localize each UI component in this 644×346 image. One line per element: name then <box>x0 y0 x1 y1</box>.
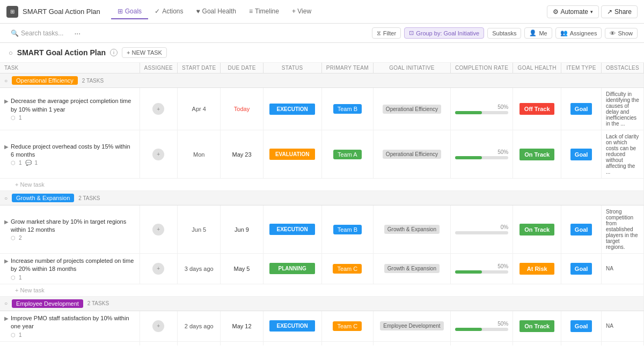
obstacles-text: Lack of clarity on which costs can be re… <box>606 134 639 175</box>
info-icon[interactable]: i <box>110 49 118 56</box>
status-badge[interactable]: EXECUTION <box>269 320 315 332</box>
share-button[interactable]: ↗ Share <box>601 5 638 18</box>
me-label: Me <box>539 30 547 36</box>
group-toggle[interactable]: ○ <box>4 78 8 84</box>
subtask-count: 1 <box>19 160 22 166</box>
team-badge: Team C <box>333 321 362 331</box>
show-label: Show <box>618 30 633 36</box>
obstacles-text: Difficulty in identifying the causes of … <box>606 91 639 127</box>
status-badge[interactable]: EXECUTION <box>269 104 315 115</box>
new-task-label[interactable]: + New task <box>4 287 45 293</box>
page-header: ○ SMART Goal Action Plan i + NEW TASK <box>0 43 644 63</box>
progress-bar <box>455 328 508 331</box>
new-task-label: + NEW TASK <box>127 49 162 56</box>
goal-health-badge: On Track <box>519 149 554 160</box>
tab-goals[interactable]: ⊞ Goals <box>111 4 148 19</box>
show-button[interactable]: 👁 Show <box>605 28 638 39</box>
col-header-assignee: ASSIGNEE <box>140 63 178 73</box>
expand-icon[interactable]: ▶ <box>4 315 9 321</box>
task-count: 2 TASKS <box>82 78 104 84</box>
group-toggle[interactable]: ○ <box>4 300 8 306</box>
automate-chevron-icon: ▾ <box>590 9 593 14</box>
task-name[interactable]: Reduce project overhead costs by 15% wit… <box>11 143 135 159</box>
status-badge[interactable]: EVALUATION <box>269 149 315 160</box>
item-type-badge: Goal <box>570 320 592 332</box>
subtask-count: 1 <box>19 115 22 121</box>
tab-timeline-label: Timeline <box>255 8 279 15</box>
assignee-avatar[interactable]: + <box>152 224 164 235</box>
expand-icon[interactable]: ▶ <box>4 144 9 150</box>
obstacles-text: NA <box>606 266 613 271</box>
group-by-button[interactable]: ⊡ Group by: Goal Initiative <box>404 27 484 39</box>
me-button[interactable]: 👤 Me <box>524 27 552 39</box>
assignee-avatar[interactable]: + <box>152 263 164 275</box>
table-row: ▶ Increase participation in development … <box>0 341 644 345</box>
task-name[interactable]: Increase participation in development pr… <box>11 345 135 345</box>
table-row: ▶ Increase number of projects completed … <box>0 254 644 284</box>
obstacles-text: NA <box>606 323 613 329</box>
automate-button[interactable]: ⚙ Automate ▾ <box>547 5 599 18</box>
goal-initiative-badge: Operational Efficiency <box>383 105 441 114</box>
new-task-button[interactable]: + NEW TASK <box>122 47 167 58</box>
group-header-row: ○ Growth & Expansion 2 TASKS <box>0 191 644 205</box>
tab-view-label: + View <box>292 8 311 15</box>
completion-pct: 50% <box>497 263 508 269</box>
new-task-row[interactable]: + New task <box>0 284 644 296</box>
task-name[interactable]: Increase number of projects completed on… <box>11 257 135 274</box>
assignees-button[interactable]: 👥 Assignees <box>555 27 602 39</box>
subtask-icon: ⬡ <box>11 235 16 241</box>
assignee-avatar[interactable]: + <box>152 320 164 332</box>
more-options[interactable]: ··· <box>71 28 84 39</box>
progress-fill <box>455 270 482 274</box>
goal-health-badge: On Track <box>519 224 554 235</box>
subtask-icon: ⬡ <box>11 115 16 121</box>
search-box[interactable]: 🔍 Search tasks... <box>6 27 68 39</box>
filter-label: Filter <box>383 30 396 36</box>
tab-goals-label: Goals <box>125 8 142 15</box>
status-badge[interactable]: EXECUTION <box>269 224 315 235</box>
assignee-avatar[interactable]: + <box>152 103 164 115</box>
expand-icon[interactable]: ▶ <box>4 258 9 264</box>
tab-timeline[interactable]: ≡ Timeline <box>243 4 286 19</box>
new-task-row[interactable]: + New task <box>0 179 644 191</box>
start-date: 3 days ago <box>185 266 214 272</box>
group-badge: Operational Efficiency <box>12 76 78 85</box>
search-placeholder: Search tasks... <box>21 30 63 37</box>
item-type-badge: Goal <box>570 149 592 160</box>
progress-fill <box>455 328 482 331</box>
col-header-due: DUE DATE <box>221 63 263 73</box>
assignees-label: Assignees <box>570 30 597 36</box>
completion-pct: 0% <box>501 224 508 230</box>
col-header-health: GOAL HEALTH <box>513 63 561 73</box>
tab-view[interactable]: + View <box>286 4 318 19</box>
task-name[interactable]: Improve PMO staff satisfaction by 10% wi… <box>11 314 135 331</box>
col-header-start: START DATE <box>178 63 221 73</box>
task-name[interactable]: Grow market share by 10% in target regio… <box>11 218 135 234</box>
expand-icon[interactable]: ▶ <box>4 98 9 104</box>
completion-pct: 50% <box>497 321 508 327</box>
progress-bar <box>455 156 508 159</box>
group-header-row: ○ Operational Efficiency 2 TASKS <box>0 73 644 88</box>
timeline-icon: ≡ <box>249 8 253 15</box>
task-name[interactable]: Decrease the average project completion … <box>11 97 135 114</box>
tab-actions[interactable]: ✓ Actions <box>148 4 189 19</box>
assignees-icon: 👥 <box>560 30 568 36</box>
subtask-count: 2 <box>19 235 22 241</box>
status-badge[interactable]: PLANNING <box>269 263 315 274</box>
tab-goal-health-label: Goal Health <box>202 8 236 15</box>
col-header-completion: COMPLETION RATE <box>450 63 513 73</box>
table-container: TASK ASSIGNEE START DATE DUE DATE STATUS… <box>0 63 644 345</box>
completion-pct: 50% <box>497 104 508 110</box>
expand-icon[interactable]: ▶ <box>4 219 9 225</box>
table-row: ▶ Improve PMO staff satisfaction by 10% … <box>0 311 644 341</box>
filter-button[interactable]: ⧖ Filter <box>372 27 401 39</box>
assignee-avatar[interactable]: + <box>152 149 164 160</box>
goal-health-badge: Off Track <box>519 103 554 115</box>
subtask-icon: ⬡ <box>11 275 16 281</box>
item-type-badge: Goal <box>570 103 592 115</box>
group-toggle[interactable]: ○ <box>4 195 8 201</box>
subtasks-button[interactable]: Subtasks <box>487 28 521 39</box>
actions-icon: ✓ <box>155 8 160 15</box>
new-task-label[interactable]: + New task <box>4 181 45 188</box>
tab-goal-health[interactable]: ♥ Goal Health <box>189 4 243 19</box>
